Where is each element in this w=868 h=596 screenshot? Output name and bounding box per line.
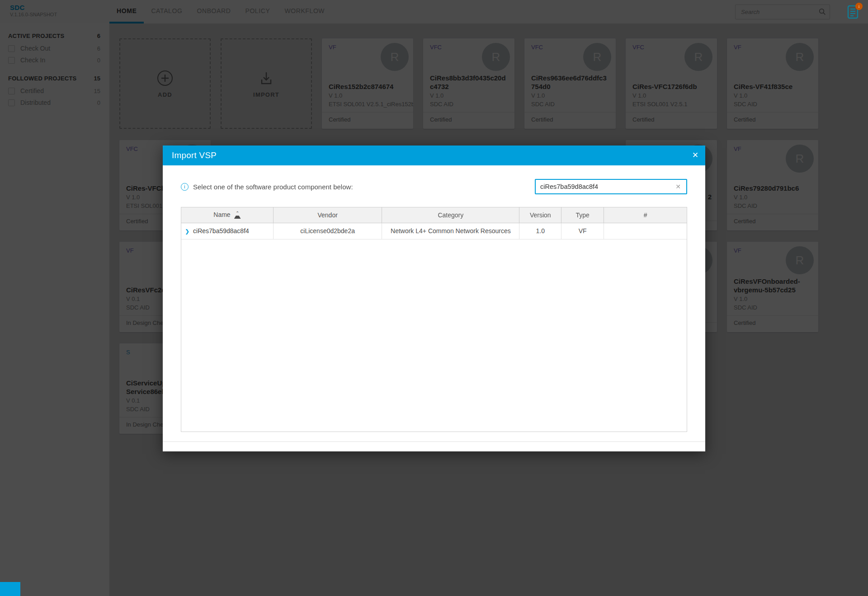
modal-header: Import VSP ✕	[163, 145, 705, 165]
modal-instruction: Select one of the software product compo…	[193, 183, 353, 191]
import-vsp-modal: Import VSP ✕ i Select one of the softwar…	[163, 145, 705, 451]
row-vendor: ciLicense0d2bde2a	[273, 223, 382, 239]
column-header-category[interactable]: Category	[382, 207, 519, 223]
vsp-filter-field: ✕	[535, 179, 687, 194]
info-icon: i	[181, 183, 189, 191]
row-category: Network L4+ Common Network Resources	[382, 223, 519, 239]
modal-body: i Select one of the software product com…	[163, 165, 705, 432]
table-header-row: Name⌃ Vendor Category Version Type #	[181, 207, 687, 223]
column-header-hash[interactable]: #	[604, 207, 687, 223]
column-header-type[interactable]: Type	[561, 207, 604, 223]
modal-footer	[163, 441, 705, 451]
modal-title: Import VSP	[163, 150, 217, 160]
row-hash	[604, 223, 687, 239]
expand-chevron-icon[interactable]: ❯	[185, 228, 189, 235]
close-icon[interactable]: ✕	[685, 145, 705, 165]
vsp-table: Name⌃ Vendor Category Version Type # ❯ci…	[181, 207, 687, 432]
table-row[interactable]: ❯ciRes7ba59d8ac8f4 ciLicense0d2bde2a Net…	[181, 223, 687, 239]
download-badge-icon: ↓	[855, 3, 863, 10]
sort-ascending-icon: ⌃	[234, 212, 241, 219]
row-version: 1.0	[519, 223, 561, 239]
clear-icon[interactable]: ✕	[674, 182, 683, 191]
column-header-name[interactable]: Name⌃	[181, 207, 273, 223]
column-header-vendor[interactable]: Vendor	[273, 207, 382, 223]
row-type: VF	[561, 223, 604, 239]
row-name: ciRes7ba59d8ac8f4	[193, 227, 249, 235]
vsp-filter-input[interactable]	[540, 183, 674, 190]
column-header-version[interactable]: Version	[519, 207, 561, 223]
notifications-icon[interactable]: ↓	[847, 5, 862, 20]
feedback-button[interactable]	[0, 582, 20, 596]
